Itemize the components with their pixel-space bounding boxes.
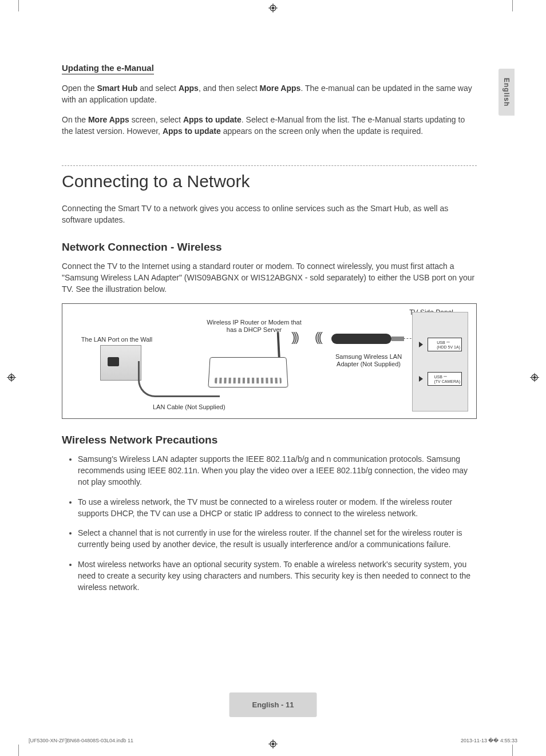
updating-paragraph-1: Open the Smart Hub and select Apps, and …	[62, 82, 477, 106]
wall-port-label: The LAN Port on the Wall	[74, 336, 160, 343]
usb-port-1: USB ⎓(HDD 5V 1A)	[428, 338, 462, 351]
wifi-waves-icon: )))	[317, 330, 323, 345]
section-title: Connecting to a Network	[62, 172, 477, 191]
lan-cable-label: LAN Cable (Not Supplied)	[153, 403, 225, 411]
language-tab: English	[498, 69, 515, 116]
updating-heading: Updating the e-Manual	[62, 63, 154, 74]
wifi-waves-icon: )))	[291, 330, 297, 345]
section-intro: Connecting the Smart TV to a network giv…	[62, 203, 477, 226]
registration-mark-icon	[268, 3, 278, 14]
arrow-right-icon	[419, 376, 423, 382]
doc-footer-right: 2013-11-13 �� 4:55:33	[461, 738, 517, 743]
usb-icon: ⎓	[446, 339, 450, 345]
list-item: To use a wireless network, the TV must b…	[78, 496, 477, 520]
crop-mark	[18, 745, 19, 756]
crop-mark	[512, 0, 513, 11]
crop-mark	[18, 0, 19, 11]
svg-point-11	[10, 376, 13, 378]
list-item: Select a channel that is not currently i…	[78, 527, 477, 551]
updating-paragraph-2: On the More Apps screen, select Apps to …	[62, 114, 477, 137]
usb-port-2: USB ⎓(TV CAMERA)	[428, 372, 462, 386]
arrow-right-icon	[419, 342, 423, 347]
precautions-heading: Wireless Network Precautions	[62, 434, 477, 446]
registration-mark-icon	[268, 739, 278, 750]
lan-cable-icon	[138, 361, 220, 397]
section-divider	[62, 165, 477, 166]
wall-port-icon	[100, 345, 141, 381]
router-icon	[208, 357, 288, 387]
wireless-heading: Network Connection - Wireless	[62, 241, 477, 254]
svg-point-15	[533, 376, 536, 378]
crop-mark	[512, 745, 513, 756]
precautions-list: Samsung's Wireless LAN adapter supports …	[62, 453, 477, 593]
wlan-adapter-label: Samsung Wireless LAN Adapter (Not Suppli…	[334, 353, 403, 368]
page-number: English - 11	[230, 692, 317, 717]
usb-icon: ⎓	[444, 373, 447, 379]
list-item: Most wireless networks have an optional …	[78, 559, 477, 593]
wlan-adapter-icon	[331, 334, 391, 344]
list-item: Samsung's Wireless LAN adapter supports …	[78, 453, 477, 488]
registration-mark-icon	[530, 373, 539, 383]
router-label: Wireless IP Router or Modem that has a D…	[205, 319, 303, 334]
doc-footer-left: [UF5300-XN-ZF]BN68-04808S-03L04.indb 11	[29, 738, 133, 743]
registration-mark-icon	[7, 373, 16, 383]
language-tab-label: English	[503, 78, 511, 106]
tv-side-panel-icon: USB ⎓(HDD 5V 1A) USB ⎓(TV CAMERA)	[412, 312, 468, 411]
page-content: Updating the e-Manual Open the Smart Hub…	[62, 63, 477, 601]
svg-point-7	[272, 743, 274, 745]
wireless-desc: Connect the TV to the Internet using a s…	[62, 260, 477, 295]
svg-point-3	[272, 7, 274, 9]
connection-diagram: TV Side Panel The LAN Port on the Wall L…	[62, 303, 477, 419]
